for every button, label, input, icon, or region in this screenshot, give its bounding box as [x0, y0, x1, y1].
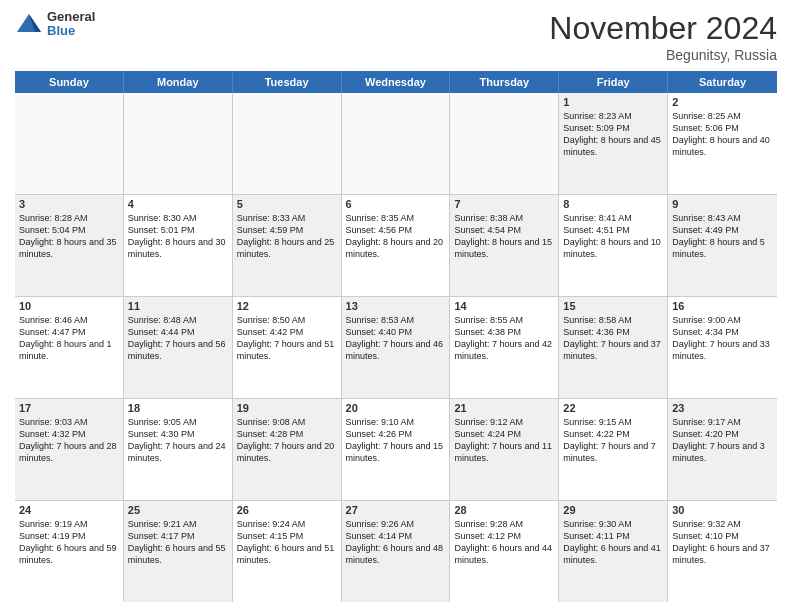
day-number: 22: [563, 402, 663, 414]
day-number: 12: [237, 300, 337, 312]
day-number: 6: [346, 198, 446, 210]
page: General Blue November 2024 Begunitsy, Ru…: [0, 0, 792, 612]
calendar-cell: 19Sunrise: 9:08 AM Sunset: 4:28 PM Dayli…: [233, 399, 342, 500]
cell-info: Sunrise: 9:26 AM Sunset: 4:14 PM Dayligh…: [346, 518, 446, 567]
logo-general-text: General: [47, 10, 95, 24]
calendar-cell: 1Sunrise: 8:23 AM Sunset: 5:09 PM Daylig…: [559, 93, 668, 194]
cell-info: Sunrise: 8:33 AM Sunset: 4:59 PM Dayligh…: [237, 212, 337, 261]
day-number: 27: [346, 504, 446, 516]
cell-info: Sunrise: 8:30 AM Sunset: 5:01 PM Dayligh…: [128, 212, 228, 261]
calendar-cell: 24Sunrise: 9:19 AM Sunset: 4:19 PM Dayli…: [15, 501, 124, 602]
calendar-cell: 3Sunrise: 8:28 AM Sunset: 5:04 PM Daylig…: [15, 195, 124, 296]
cell-info: Sunrise: 9:32 AM Sunset: 4:10 PM Dayligh…: [672, 518, 773, 567]
day-number: 4: [128, 198, 228, 210]
header-friday: Friday: [559, 71, 668, 93]
calendar-cell: 30Sunrise: 9:32 AM Sunset: 4:10 PM Dayli…: [668, 501, 777, 602]
header-tuesday: Tuesday: [233, 71, 342, 93]
calendar-header: Sunday Monday Tuesday Wednesday Thursday…: [15, 71, 777, 93]
day-number: 1: [563, 96, 663, 108]
calendar-week-4: 17Sunrise: 9:03 AM Sunset: 4:32 PM Dayli…: [15, 399, 777, 501]
month-title: November 2024: [549, 10, 777, 47]
calendar-cell: [15, 93, 124, 194]
calendar-cell: [233, 93, 342, 194]
cell-info: Sunrise: 9:12 AM Sunset: 4:24 PM Dayligh…: [454, 416, 554, 465]
day-number: 28: [454, 504, 554, 516]
cell-info: Sunrise: 9:17 AM Sunset: 4:20 PM Dayligh…: [672, 416, 773, 465]
cell-info: Sunrise: 8:35 AM Sunset: 4:56 PM Dayligh…: [346, 212, 446, 261]
day-number: 29: [563, 504, 663, 516]
cell-info: Sunrise: 9:08 AM Sunset: 4:28 PM Dayligh…: [237, 416, 337, 465]
day-number: 25: [128, 504, 228, 516]
cell-info: Sunrise: 9:21 AM Sunset: 4:17 PM Dayligh…: [128, 518, 228, 567]
day-number: 14: [454, 300, 554, 312]
calendar-body: 1Sunrise: 8:23 AM Sunset: 5:09 PM Daylig…: [15, 93, 777, 602]
day-number: 13: [346, 300, 446, 312]
calendar-cell: 17Sunrise: 9:03 AM Sunset: 4:32 PM Dayli…: [15, 399, 124, 500]
day-number: 8: [563, 198, 663, 210]
cell-info: Sunrise: 8:53 AM Sunset: 4:40 PM Dayligh…: [346, 314, 446, 363]
day-number: 19: [237, 402, 337, 414]
logo-blue-text: Blue: [47, 24, 95, 38]
day-number: 2: [672, 96, 773, 108]
calendar-cell: 23Sunrise: 9:17 AM Sunset: 4:20 PM Dayli…: [668, 399, 777, 500]
day-number: 26: [237, 504, 337, 516]
header-monday: Monday: [124, 71, 233, 93]
day-number: 10: [19, 300, 119, 312]
cell-info: Sunrise: 9:05 AM Sunset: 4:30 PM Dayligh…: [128, 416, 228, 465]
cell-info: Sunrise: 8:50 AM Sunset: 4:42 PM Dayligh…: [237, 314, 337, 363]
logo-text: General Blue: [47, 10, 95, 39]
day-number: 20: [346, 402, 446, 414]
header-saturday: Saturday: [668, 71, 777, 93]
calendar-cell: 20Sunrise: 9:10 AM Sunset: 4:26 PM Dayli…: [342, 399, 451, 500]
calendar-cell: 14Sunrise: 8:55 AM Sunset: 4:38 PM Dayli…: [450, 297, 559, 398]
day-number: 21: [454, 402, 554, 414]
calendar-cell: 25Sunrise: 9:21 AM Sunset: 4:17 PM Dayli…: [124, 501, 233, 602]
calendar-cell: 12Sunrise: 8:50 AM Sunset: 4:42 PM Dayli…: [233, 297, 342, 398]
cell-info: Sunrise: 8:55 AM Sunset: 4:38 PM Dayligh…: [454, 314, 554, 363]
calendar-cell: 7Sunrise: 8:38 AM Sunset: 4:54 PM Daylig…: [450, 195, 559, 296]
cell-info: Sunrise: 8:38 AM Sunset: 4:54 PM Dayligh…: [454, 212, 554, 261]
calendar-cell: 10Sunrise: 8:46 AM Sunset: 4:47 PM Dayli…: [15, 297, 124, 398]
day-number: 15: [563, 300, 663, 312]
cell-info: Sunrise: 8:28 AM Sunset: 5:04 PM Dayligh…: [19, 212, 119, 261]
calendar-cell: [342, 93, 451, 194]
cell-info: Sunrise: 9:24 AM Sunset: 4:15 PM Dayligh…: [237, 518, 337, 567]
location: Begunitsy, Russia: [549, 47, 777, 63]
calendar-cell: 13Sunrise: 8:53 AM Sunset: 4:40 PM Dayli…: [342, 297, 451, 398]
cell-info: Sunrise: 9:19 AM Sunset: 4:19 PM Dayligh…: [19, 518, 119, 567]
day-number: 7: [454, 198, 554, 210]
calendar-week-1: 1Sunrise: 8:23 AM Sunset: 5:09 PM Daylig…: [15, 93, 777, 195]
cell-info: Sunrise: 8:46 AM Sunset: 4:47 PM Dayligh…: [19, 314, 119, 363]
cell-info: Sunrise: 8:48 AM Sunset: 4:44 PM Dayligh…: [128, 314, 228, 363]
calendar-cell: 9Sunrise: 8:43 AM Sunset: 4:49 PM Daylig…: [668, 195, 777, 296]
calendar-cell: 26Sunrise: 9:24 AM Sunset: 4:15 PM Dayli…: [233, 501, 342, 602]
day-number: 16: [672, 300, 773, 312]
cell-info: Sunrise: 8:43 AM Sunset: 4:49 PM Dayligh…: [672, 212, 773, 261]
day-number: 24: [19, 504, 119, 516]
cell-info: Sunrise: 9:15 AM Sunset: 4:22 PM Dayligh…: [563, 416, 663, 465]
cell-info: Sunrise: 9:30 AM Sunset: 4:11 PM Dayligh…: [563, 518, 663, 567]
calendar-cell: 11Sunrise: 8:48 AM Sunset: 4:44 PM Dayli…: [124, 297, 233, 398]
calendar-week-3: 10Sunrise: 8:46 AM Sunset: 4:47 PM Dayli…: [15, 297, 777, 399]
day-number: 17: [19, 402, 119, 414]
day-number: 9: [672, 198, 773, 210]
day-number: 18: [128, 402, 228, 414]
calendar-cell: 5Sunrise: 8:33 AM Sunset: 4:59 PM Daylig…: [233, 195, 342, 296]
logo: General Blue: [15, 10, 95, 39]
cell-info: Sunrise: 8:23 AM Sunset: 5:09 PM Dayligh…: [563, 110, 663, 159]
cell-info: Sunrise: 8:41 AM Sunset: 4:51 PM Dayligh…: [563, 212, 663, 261]
cell-info: Sunrise: 8:25 AM Sunset: 5:06 PM Dayligh…: [672, 110, 773, 159]
cell-info: Sunrise: 9:10 AM Sunset: 4:26 PM Dayligh…: [346, 416, 446, 465]
calendar-cell: 4Sunrise: 8:30 AM Sunset: 5:01 PM Daylig…: [124, 195, 233, 296]
calendar-cell: 21Sunrise: 9:12 AM Sunset: 4:24 PM Dayli…: [450, 399, 559, 500]
cell-info: Sunrise: 9:00 AM Sunset: 4:34 PM Dayligh…: [672, 314, 773, 363]
day-number: 11: [128, 300, 228, 312]
calendar-cell: 28Sunrise: 9:28 AM Sunset: 4:12 PM Dayli…: [450, 501, 559, 602]
title-block: November 2024 Begunitsy, Russia: [549, 10, 777, 63]
day-number: 3: [19, 198, 119, 210]
cell-info: Sunrise: 9:28 AM Sunset: 4:12 PM Dayligh…: [454, 518, 554, 567]
calendar-week-5: 24Sunrise: 9:19 AM Sunset: 4:19 PM Dayli…: [15, 501, 777, 602]
calendar-cell: 6Sunrise: 8:35 AM Sunset: 4:56 PM Daylig…: [342, 195, 451, 296]
calendar-cell: 18Sunrise: 9:05 AM Sunset: 4:30 PM Dayli…: [124, 399, 233, 500]
header-sunday: Sunday: [15, 71, 124, 93]
